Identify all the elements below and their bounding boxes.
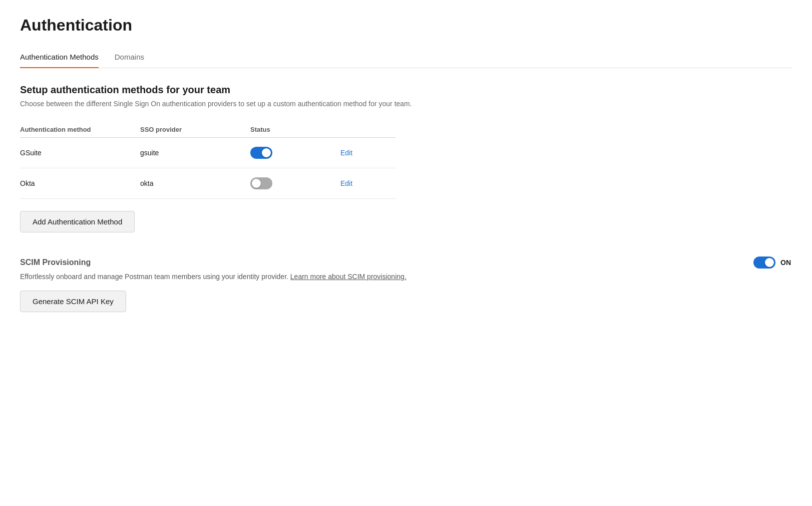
header-provider: SSO provider [140,126,250,133]
edit-cell-okta: Edit [340,179,380,187]
edit-link-okta[interactable]: Edit [340,179,352,187]
scim-toggle-row: ON [753,257,791,269]
provider-gsuite: gsuite [140,149,250,157]
section-description: Choose between the different Single Sign… [20,100,792,108]
header-method: Authentication method [20,126,140,133]
header-action [340,126,380,133]
scim-toggle[interactable] [753,257,775,269]
scim-header: SCIM Provisioning ON [20,257,791,269]
tab-domains[interactable]: Domains [115,47,144,68]
gsuite-toggle-slider [250,147,272,159]
page-title: Authentication [20,16,792,35]
status-toggle-okta[interactable] [250,177,340,189]
scim-section: SCIM Provisioning ON Effortlessly onboar… [20,257,792,312]
scim-on-label: ON [780,259,791,267]
method-name-okta: Okta [20,179,140,187]
scim-title: SCIM Provisioning [20,258,91,267]
okta-toggle[interactable] [250,177,272,189]
section-title: Setup authentication methods for your te… [20,84,792,96]
edit-cell-gsuite: Edit [340,149,380,157]
table-header: Authentication method SSO provider Statu… [20,122,395,138]
table-row: GSuite gsuite Edit [20,138,395,168]
scim-learn-more-link[interactable]: Learn more about SCIM provisioning. [290,273,407,281]
provider-okta: okta [140,179,250,187]
add-auth-method-button[interactable]: Add Authentication Method [20,211,135,232]
tabs-container: Authentication Methods Domains [20,47,792,68]
edit-link-gsuite[interactable]: Edit [340,149,352,157]
gsuite-toggle[interactable] [250,147,272,159]
scim-description-text: Effortlessly onboard and manage Postman … [20,273,288,281]
scim-toggle-slider [753,257,775,269]
table-row: Okta okta Edit [20,168,395,199]
auth-methods-table: Authentication method SSO provider Statu… [20,122,395,199]
status-toggle-gsuite[interactable] [250,147,340,159]
okta-toggle-slider [250,177,272,189]
tab-authentication-methods[interactable]: Authentication Methods [20,47,99,68]
scim-description: Effortlessly onboard and manage Postman … [20,273,792,281]
generate-scim-key-button[interactable]: Generate SCIM API Key [20,291,126,312]
header-status: Status [250,126,340,133]
method-name-gsuite: GSuite [20,149,140,157]
